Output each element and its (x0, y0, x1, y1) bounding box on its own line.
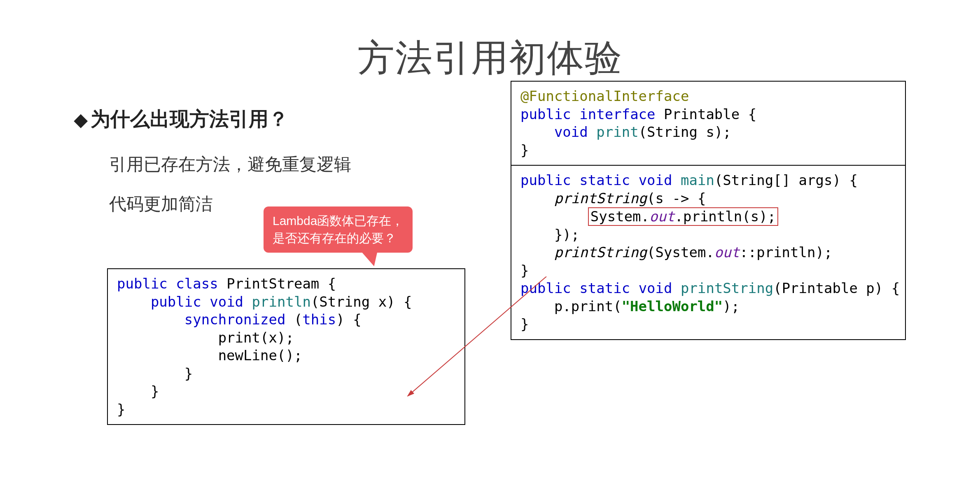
highlighted-code: System.out.println(s); (588, 207, 778, 226)
code-printstream: public class PrintStream { public void p… (107, 268, 465, 425)
code-interface: @FunctionalInterface public interface Pr… (511, 81, 906, 166)
slide-title: 方法引用初体验 (74, 33, 906, 83)
left-column: 引用已存在方法，避免重复逻辑 代码更加简洁 Lambda函数体已存在， 是否还有… (74, 153, 469, 232)
callout-line1: Lambda函数体已存在， (273, 214, 404, 228)
slide: 方法引用初体验 为什么出现方法引用？ 引用已存在方法，避免重复逻辑 代码更加简洁… (0, 0, 980, 488)
code-main: public static void main(String[] args) {… (511, 165, 906, 340)
right-column: @FunctionalInterface public interface Pr… (511, 81, 906, 340)
bullet-1: 引用已存在方法，避免重复逻辑 (109, 153, 469, 176)
callout-line2: 是否还有存在的必要？ (273, 231, 396, 245)
callout-box: Lambda函数体已存在， 是否还有存在的必要？ (264, 206, 413, 253)
